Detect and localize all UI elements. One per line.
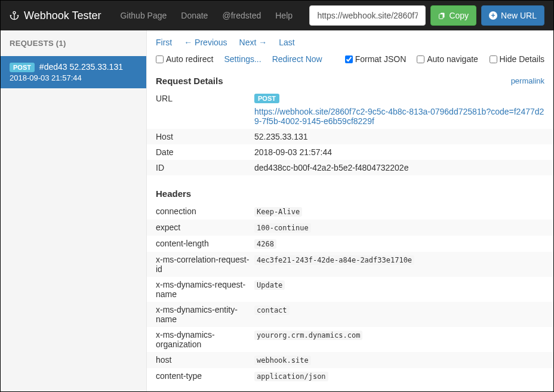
- header-value: contact: [254, 305, 290, 315]
- toolbar: Auto redirect Settings... Redirect Now F…: [147, 51, 553, 71]
- nav-github[interactable]: Github Page: [113, 2, 174, 29]
- nav-links: Github Page Donate @fredsted Help: [113, 2, 300, 29]
- permalink-link[interactable]: permalink: [511, 76, 544, 85]
- svg-point-0: [13, 11, 16, 14]
- header-value: webhook.site: [254, 356, 311, 365]
- auto-navigate-checkbox[interactable]: [417, 55, 424, 63]
- new-url-button[interactable]: + New URL: [481, 5, 544, 26]
- request-time: 2018-09-03 21:57:44: [10, 73, 137, 82]
- nav-right: Copy + New URL: [309, 5, 544, 26]
- hide-details-toggle[interactable]: Hide Details: [490, 54, 544, 64]
- url-value-link[interactable]: https://webhook.site/2860f7c2-9c5c-4b8c-…: [254, 107, 544, 126]
- id-label: ID: [156, 163, 254, 172]
- main: REQUESTS (1) POST #ded43 52.235.33.131 2…: [1, 30, 553, 391]
- svg-rect-3: [439, 14, 444, 19]
- sidebar-header: REQUESTS (1): [1, 30, 146, 56]
- url-method-badge: POST: [254, 94, 279, 103]
- copy-icon: [438, 11, 445, 20]
- header-key: x-ms-dynamics-entity-name: [156, 305, 254, 324]
- header-value: Keep-Alive: [254, 207, 302, 217]
- header-value: yourorg.crm.dynamics.com: [254, 331, 362, 340]
- nav-fredsted[interactable]: @fredsted: [215, 2, 268, 29]
- headers-title: Headers: [147, 184, 553, 203]
- id-value: ded438cc-b00f-42a2-b5e2-f4804732202e: [254, 163, 544, 172]
- header-value: 4268: [254, 239, 276, 249]
- auto-redirect-checkbox[interactable]: [156, 55, 164, 63]
- header-key: connection: [156, 206, 254, 217]
- auto-navigate-toggle[interactable]: Auto navigate: [417, 54, 478, 64]
- format-json-toggle[interactable]: Format JSON: [345, 54, 407, 64]
- header-key: content-type: [156, 371, 254, 381]
- url-label: URL: [156, 94, 254, 126]
- redirect-now-link[interactable]: Redirect Now: [272, 54, 322, 64]
- header-value: 100-continue: [254, 223, 311, 233]
- brand[interactable]: Webhook Tester: [10, 10, 101, 22]
- url-input[interactable]: [309, 5, 426, 26]
- request-title: #ded43 52.235.33.131: [39, 62, 123, 72]
- header-key: content-length: [156, 239, 254, 249]
- pager-last[interactable]: Last: [279, 38, 294, 47]
- pager-prev[interactable]: ← Previous: [184, 38, 227, 47]
- brand-text: Webhook Tester: [24, 10, 101, 22]
- pager-next[interactable]: Next →: [239, 38, 267, 47]
- date-value: 2018-09-03 21:57:44: [254, 147, 544, 157]
- pager: First ← Previous Next → Last: [147, 30, 553, 51]
- method-badge: POST: [10, 63, 35, 72]
- navbar: Webhook Tester Github Page Donate @freds…: [1, 1, 553, 30]
- header-key: x-ms-dynamics-organization: [156, 330, 254, 349]
- header-value: 4ec3fe21-243f-42de-a84e-2adf33e1710e: [254, 255, 414, 265]
- copy-label: Copy: [449, 11, 469, 20]
- auto-redirect-toggle[interactable]: Auto redirect: [156, 54, 213, 64]
- header-value: Update: [254, 280, 285, 290]
- nav-donate[interactable]: Donate: [174, 2, 215, 29]
- pager-first[interactable]: First: [156, 38, 172, 47]
- new-url-label: New URL: [501, 11, 537, 20]
- header-key: host: [156, 355, 254, 365]
- date-label: Date: [156, 147, 254, 157]
- anchor-icon: [10, 11, 19, 20]
- copy-button[interactable]: Copy: [430, 5, 476, 26]
- headers-table: connectionKeep-Aliveexpect100-continueco…: [147, 203, 553, 384]
- header-key: x-ms-dynamics-request-name: [156, 280, 254, 299]
- plus-icon: +: [489, 11, 497, 20]
- nav-help[interactable]: Help: [268, 2, 300, 29]
- content: First ← Previous Next → Last Auto redire…: [147, 30, 553, 391]
- format-json-checkbox[interactable]: [345, 55, 353, 63]
- settings-link[interactable]: Settings...: [224, 54, 261, 64]
- header-key: x-ms-correlation-request-id: [156, 255, 254, 274]
- request-details-title: Request Details permalink: [147, 71, 553, 91]
- header-key: expect: [156, 223, 254, 233]
- header-value: application/json: [254, 372, 328, 381]
- host-label: Host: [156, 132, 254, 141]
- details-table: URL POST https://webhook.site/2860f7c2-9…: [147, 91, 553, 175]
- host-value: 52.235.33.131: [254, 132, 544, 141]
- sidebar: REQUESTS (1) POST #ded43 52.235.33.131 2…: [1, 30, 147, 391]
- hide-details-checkbox[interactable]: [490, 55, 497, 63]
- request-item[interactable]: POST #ded43 52.235.33.131 2018-09-03 21:…: [1, 56, 146, 88]
